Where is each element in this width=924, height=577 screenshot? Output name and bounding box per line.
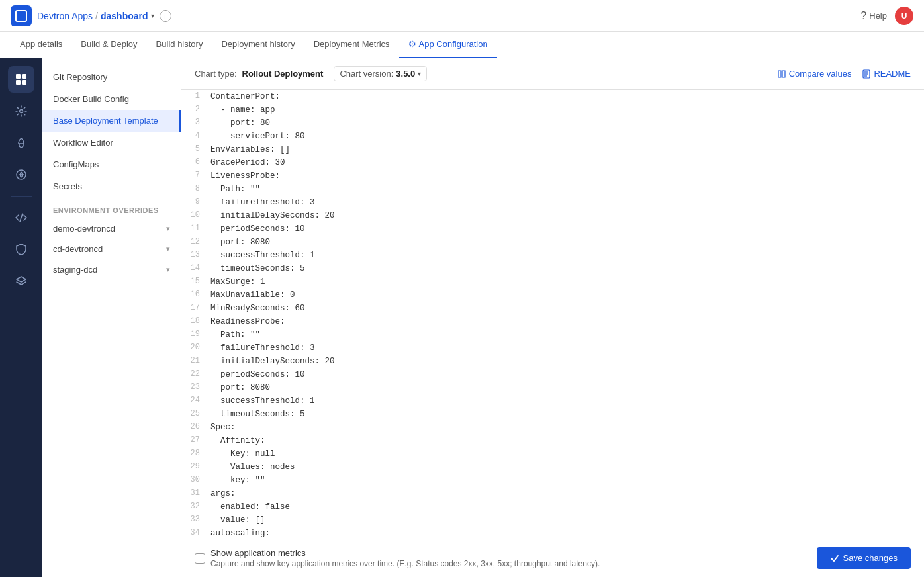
line-content: failureThreshold: 3: [210, 196, 315, 209]
line-number: 29: [187, 461, 210, 473]
line-number: 32: [187, 500, 210, 513]
line-content: MaxUnavailable: 0: [210, 288, 295, 302]
line-number: 12: [187, 236, 210, 248]
code-editor[interactable]: 1ContainerPort:2 - name: app3 port: 804 …: [181, 90, 924, 539]
sidebar-item-git-repository[interactable]: Git Repository: [42, 66, 181, 88]
chart-header-right: Compare values README: [777, 69, 911, 79]
line-content: GracePeriod: 30: [210, 156, 285, 169]
svg-rect-1: [22, 74, 26, 79]
nav-icon-code[interactable]: [8, 204, 34, 231]
line-number: 23: [187, 381, 210, 394]
code-line-7: 7LivenessProbe:: [181, 169, 924, 183]
sidebar-env-staging-dcd[interactable]: staging-dcd ▾: [42, 259, 181, 280]
line-content: MaxSurge: 1: [210, 275, 265, 288]
nav-icon-env[interactable]: [8, 161, 34, 188]
sidebar-item-workflow-editor[interactable]: Workflow Editor: [42, 132, 181, 154]
line-number: 22: [187, 368, 210, 380]
tab-deployment-history[interactable]: Deployment history: [212, 32, 304, 58]
gear-icon: [15, 105, 27, 117]
line-number: 20: [187, 341, 210, 354]
help-button[interactable]: ? Help: [860, 10, 887, 22]
code-line-16: 16MaxUnavailable: 0: [181, 288, 924, 302]
line-number: 1: [187, 90, 210, 103]
chart-version-selector[interactable]: Chart version: 3.5.0 ▾: [334, 66, 427, 81]
nav-icon-layers[interactable]: [8, 268, 34, 294]
code-line-20: 20 failureThreshold: 3: [181, 341, 924, 355]
settings-tab-icon: ⚙: [408, 39, 416, 49]
svg-line-6: [20, 214, 23, 222]
svg-rect-2: [16, 80, 21, 85]
compare-values-button[interactable]: Compare values: [777, 69, 852, 79]
metrics-checkbox-label: Show application metrics: [210, 548, 306, 558]
chart-version-label: Chart version:: [340, 69, 393, 79]
code-line-2: 2 - name: app: [181, 103, 924, 116]
code-line-12: 12 port: 8080: [181, 236, 924, 249]
line-number: 34: [187, 527, 210, 539]
line-number: 28: [187, 447, 210, 460]
info-icon[interactable]: i: [160, 10, 171, 22]
chevron-down-icon: ▾: [166, 224, 170, 233]
line-number: 2: [187, 103, 210, 116]
rocket-icon: [15, 137, 27, 149]
line-number: 21: [187, 355, 210, 367]
code-line-13: 13 successThreshold: 1: [181, 249, 924, 262]
main-layout: Git Repository Docker Build Config Base …: [0, 58, 924, 577]
tab-app-details[interactable]: App details: [11, 32, 71, 58]
metrics-description: Capture and show key application metrics…: [210, 559, 600, 568]
line-number: 8: [187, 183, 210, 195]
line-content: Path: "": [210, 328, 260, 341]
line-number: 10: [187, 209, 210, 222]
chart-version-value: 3.5.0: [396, 69, 415, 79]
breadcrumb-project[interactable]: dashboard ▾: [101, 11, 154, 21]
nav-icon-deploy[interactable]: [8, 130, 34, 156]
readme-button[interactable]: README: [862, 69, 911, 79]
nav-icon-settings[interactable]: [8, 98, 34, 124]
code-line-18: 18ReadinessProbe:: [181, 315, 924, 328]
line-content: port: 80: [210, 116, 270, 130]
nav-icon-security[interactable]: [8, 236, 34, 263]
show-metrics-checkbox[interactable]: [195, 553, 205, 564]
code-line-9: 9 failureThreshold: 3: [181, 196, 924, 209]
breadcrumb-app[interactable]: Devtron Apps: [37, 11, 93, 21]
line-content: Affinity:: [210, 434, 265, 447]
sidebar: Git Repository Docker Build Config Base …: [42, 58, 181, 577]
sidebar-env-cd-devtroncd[interactable]: cd-devtroncd ▾: [42, 239, 181, 259]
line-number: 30: [187, 474, 210, 486]
icon-divider: [11, 196, 32, 197]
line-number: 15: [187, 275, 210, 288]
metrics-label-group: Show application metrics Capture and sho…: [210, 548, 600, 568]
line-content: Spec:: [210, 421, 236, 434]
code-line-29: 29 Values: nodes: [181, 461, 924, 474]
code-icon: [15, 212, 27, 224]
line-number: 26: [187, 421, 210, 433]
save-changes-button[interactable]: Save changes: [817, 547, 911, 569]
sidebar-item-base-deployment-template[interactable]: Base Deployment Template: [42, 110, 181, 132]
sidebar-item-secrets[interactable]: Secrets: [42, 175, 181, 197]
check-icon: [830, 554, 839, 563]
metrics-checkbox-wrapper: Show application metrics Capture and sho…: [195, 548, 600, 568]
tab-app-configuration[interactable]: ⚙ App Configuration: [399, 32, 497, 58]
line-number: 19: [187, 328, 210, 341]
tab-build-deploy[interactable]: Build & Deploy: [71, 32, 146, 58]
breadcrumb-separator: /: [95, 11, 98, 21]
code-line-31: 31args:: [181, 487, 924, 500]
line-number: 25: [187, 408, 210, 420]
code-line-34: 34autoscaling:: [181, 527, 924, 539]
tab-deployment-metrics[interactable]: Deployment Metrics: [304, 32, 399, 58]
nav-icon-grid[interactable]: [8, 66, 34, 93]
chart-type-value: Rollout Deployment: [242, 69, 324, 79]
code-line-30: 30 key: "": [181, 474, 924, 487]
tab-build-history[interactable]: Build history: [147, 32, 212, 58]
line-content: successThreshold: 1: [210, 249, 315, 262]
user-avatar[interactable]: U: [895, 7, 913, 25]
code-line-15: 15MaxSurge: 1: [181, 275, 924, 288]
line-content: periodSeconds: 10: [210, 368, 305, 381]
line-content: autoscaling:: [210, 527, 270, 539]
chart-header: Chart type: Rollout Deployment Chart ver…: [181, 58, 924, 90]
sidebar-item-docker-build-config[interactable]: Docker Build Config: [42, 88, 181, 110]
line-number: 3: [187, 116, 210, 129]
sidebar-env-demo-devtroncd[interactable]: demo-devtroncd ▾: [42, 218, 181, 239]
line-content: ContainerPort:: [210, 90, 280, 103]
sidebar-item-configmaps[interactable]: ConfigMaps: [42, 154, 181, 175]
line-content: ReadinessProbe:: [210, 315, 285, 328]
